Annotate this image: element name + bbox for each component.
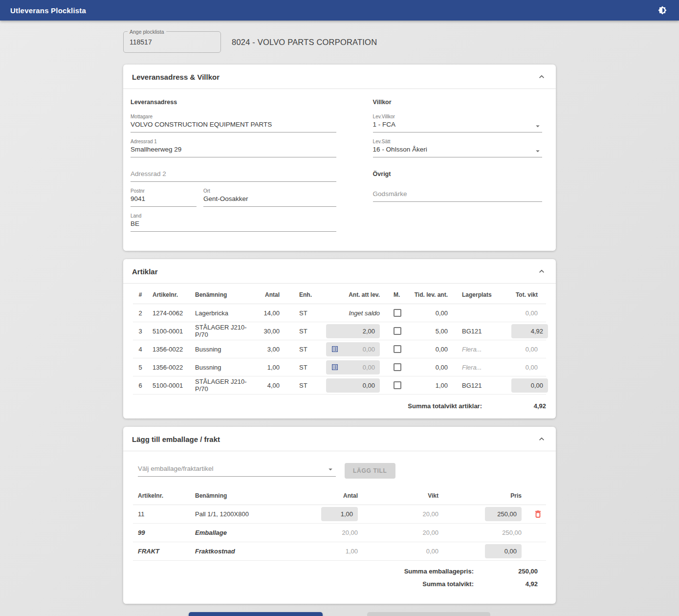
- adressrad1-input[interactable]: Smallheerweg 29: [131, 146, 336, 157]
- col-pris: Pris: [438, 492, 522, 499]
- godsmarke-input[interactable]: Godsmärke: [373, 190, 542, 202]
- ort-input[interactable]: Gent-Oosakker: [203, 195, 336, 207]
- row-number: 6: [133, 382, 148, 389]
- m-checkbox[interactable]: [394, 327, 401, 335]
- lev-satt-select[interactable]: 16 - Ohlsson Åkeri: [373, 146, 542, 157]
- antal-text: 1,00: [346, 548, 358, 555]
- articles-card-collapse-button[interactable]: [536, 266, 547, 277]
- antal-input[interactable]: 1,00: [321, 507, 358, 521]
- grid-list-icon: [331, 363, 339, 371]
- m-checkbox[interactable]: [394, 309, 401, 317]
- lev-villkor-value: 1 - FCA: [373, 121, 396, 128]
- row-tot-vikt-cell: 0,00: [511, 309, 546, 317]
- chevron-up-icon: [537, 266, 547, 276]
- m-checkbox[interactable]: [394, 345, 401, 353]
- address-card-collapse-button[interactable]: [536, 71, 547, 82]
- row-artikelnr: 5100-0001: [148, 328, 195, 335]
- postnr-ort-row: Postnr 9041 Ort Gent-Oosakker: [131, 188, 336, 213]
- row-number: 2: [133, 309, 148, 317]
- antal-text: 20,00: [342, 529, 358, 536]
- packaging-summary: Summa emballagepris: 250,00 Summa totalv…: [133, 561, 546, 599]
- packaging-card-collapse-button[interactable]: [536, 434, 547, 444]
- summary-value: 250,00: [474, 568, 538, 575]
- grid-list-icon: [331, 345, 339, 353]
- row-m-cell: [380, 345, 402, 353]
- row-actions-cell: [522, 509, 546, 520]
- col-antal: Antal: [309, 492, 358, 499]
- articles-card-header: Artiklar: [123, 259, 556, 284]
- articles-card-title: Artiklar: [132, 267, 158, 276]
- tot-vikt-input[interactable]: 4,92: [511, 324, 548, 338]
- row-antal: 3,00: [248, 346, 280, 353]
- pris-input[interactable]: 250,00: [485, 507, 522, 521]
- row-benamning: STÅLAGER J210-P/70: [195, 324, 248, 338]
- ovrigt-section-title: Övrigt: [373, 171, 542, 177]
- col-tid-lev-ant: Tid. lev. ant.: [402, 291, 448, 298]
- spedition-document-button[interactable]: SPEDITIONSDOKUMENT: [367, 612, 490, 616]
- packaging-row: FRAKTFraktkostnad1,000,000,00: [133, 542, 546, 561]
- picklist-field: Ange plocklista: [123, 31, 221, 53]
- packaging-rows: 11Pall 1/1, 1200X8001,0020,00250,00 99Em…: [133, 505, 546, 561]
- picklist-header-row: Ange plocklista 8024 - VOLVO PARTS CORPO…: [123, 31, 556, 53]
- lev-villkor-select[interactable]: 1 - FCA: [373, 121, 542, 132]
- antal-value: 1,00: [341, 510, 353, 518]
- ant-att-lev-value: 0,00: [363, 346, 375, 353]
- row-benamning: Pall 1/1, 1200X800: [190, 510, 309, 518]
- app-bar: Utleverans Plocklista: [0, 0, 679, 21]
- articles-table: # Artikelnr. Benämning Antal Enh. Ant. a…: [123, 284, 556, 418]
- row-artikelnr: FRAKT: [133, 548, 190, 555]
- adressrad2-input[interactable]: Adressrad 2: [131, 170, 336, 182]
- col-artikelnr: Artikelnr.: [148, 291, 195, 298]
- row-enh: ST: [280, 346, 316, 353]
- article-row: 65100-0001STÅLAGER J210-P/704,00ST0,001,…: [133, 376, 546, 395]
- pris-value: 250,00: [497, 510, 517, 518]
- vikt-text: 20,00: [422, 510, 438, 518]
- address-column: Leveransadress Mottagare VOLVO CONSTRUCT…: [131, 99, 336, 238]
- m-checkbox[interactable]: [394, 381, 401, 389]
- row-artikelnr: 1274-0062: [148, 309, 195, 317]
- packaging-article-select[interactable]: Välj emballage/fraktartikel: [138, 465, 336, 477]
- col-vikt: Vikt: [358, 492, 438, 499]
- row-m-cell: [380, 309, 402, 317]
- tot-vikt-text: 0,00: [526, 364, 538, 371]
- articles-summary-value: 4,92: [482, 402, 546, 410]
- customer-title: 8024 - VOLVO PARTS CORPORATION: [232, 38, 377, 47]
- row-enh: ST: [280, 309, 316, 317]
- deliver-print-button[interactable]: UTLEVERERA / UTSKRIFT FÖLJESEDEL: [189, 612, 323, 616]
- ant-att-lev-input[interactable]: 0,00: [326, 342, 380, 356]
- theme-toggle-button[interactable]: [656, 4, 669, 17]
- picklist-label: Ange plocklista: [128, 29, 166, 35]
- m-checkbox[interactable]: [394, 363, 401, 371]
- postnr-field: Postnr 9041: [131, 188, 197, 207]
- address-card-body: Leveransadress Mottagare VOLVO CONSTRUCT…: [123, 89, 556, 251]
- row-lagerplats: Flera...: [448, 346, 511, 353]
- pris-input[interactable]: 0,00: [485, 544, 522, 558]
- ant-att-lev-input[interactable]: 0,00: [326, 378, 380, 393]
- add-packaging-button[interactable]: LÄGG TILL: [345, 463, 395, 479]
- article-row: 21274-0062Lagerbricka14,00STInget saldo0…: [133, 304, 546, 322]
- col-benamning: Benämning: [190, 492, 309, 499]
- tot-vikt-input[interactable]: 0,00: [511, 378, 548, 393]
- packaging-select-placeholder: Välj emballage/fraktartikel: [138, 465, 214, 472]
- mottagare-label: Mottagare: [131, 114, 336, 119]
- picklist-input[interactable]: [124, 32, 220, 52]
- postnr-input[interactable]: 9041: [131, 195, 197, 207]
- address-section-title: Leveransadress: [131, 99, 336, 106]
- vikt-text: 0,00: [426, 548, 438, 555]
- chevron-up-icon: [537, 434, 547, 444]
- packaging-table-header: Artikelnr. Benämning Antal Vikt Pris: [133, 486, 546, 505]
- row-tot-vikt-cell: 4,92: [511, 324, 546, 338]
- land-input[interactable]: BE: [131, 220, 336, 232]
- mottagare-input[interactable]: VOLVO CONSTRUCTION EQUIPMENT PARTS: [131, 121, 336, 132]
- delete-row-button[interactable]: [532, 509, 543, 520]
- footer-actions: UTLEVERERA / UTSKRIFT FÖLJESEDEL SPEDITI…: [123, 612, 556, 616]
- ant-att-lev-input[interactable]: 2,00: [326, 324, 380, 338]
- ant-att-lev-value: 0,00: [363, 364, 375, 371]
- row-tid-lev-ant: 0,00: [402, 309, 448, 317]
- summary-totalvikt: Summa totalvikt: 4,92: [133, 580, 546, 588]
- row-vikt-cell: 20,00: [358, 510, 438, 518]
- chevron-up-icon: [537, 72, 547, 82]
- row-enh: ST: [280, 382, 316, 389]
- ant-att-lev-input[interactable]: 0,00: [326, 360, 380, 374]
- row-antal: 1,00: [248, 364, 280, 371]
